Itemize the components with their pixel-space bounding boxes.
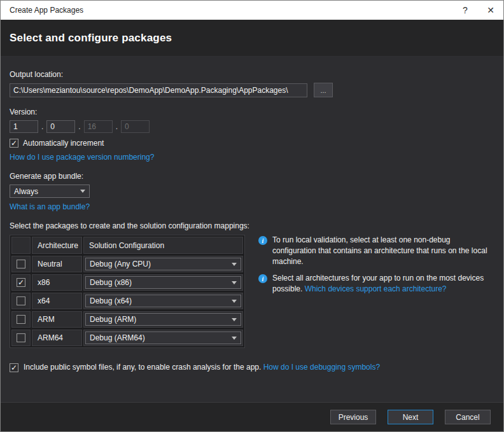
table-row: ARM Debug (ARM) xyxy=(11,311,243,328)
architecture-support-link[interactable]: Which devices support each architecture? xyxy=(305,284,447,293)
configuration-dropdown[interactable]: Debug (x86) xyxy=(85,276,241,289)
row-configuration-cell: Debug (x64) xyxy=(83,293,243,309)
close-icon: ✕ xyxy=(487,5,494,15)
dialog-footer: Previous Next Cancel xyxy=(1,402,503,431)
configuration-value: Debug (ARM) xyxy=(90,315,228,324)
header-configuration-label: Solution Configuration xyxy=(84,241,164,250)
row-configuration-cell: Debug (x86) xyxy=(83,274,243,291)
row-checkbox-cell xyxy=(11,330,31,346)
architecture-value: x86 xyxy=(32,278,50,287)
row-checkbox[interactable] xyxy=(17,278,25,287)
info-icon: i xyxy=(258,236,267,245)
version-build-field xyxy=(84,120,113,133)
create-app-packages-dialog: Create App Packages ? ✕ Select and confi… xyxy=(0,0,504,432)
row-checkbox[interactable] xyxy=(17,296,25,305)
configuration-value: Debug (x86) xyxy=(90,278,228,287)
dialog-content: Output location: ... Version: . . . Auto… xyxy=(1,57,503,402)
include-symbols-checkbox[interactable] xyxy=(10,363,18,372)
row-configuration-cell: Debug (ARM) xyxy=(83,311,243,328)
version-revision-field xyxy=(121,120,150,133)
version-separator: . xyxy=(78,122,80,131)
row-checkbox-cell xyxy=(11,274,31,291)
close-button[interactable]: ✕ xyxy=(478,1,503,20)
note-text: To run local validation, select at least… xyxy=(272,235,494,267)
packages-table: Architecture Solution Configuration Neut… xyxy=(10,235,245,348)
chevron-down-icon xyxy=(232,318,237,321)
row-configuration-cell: Debug (Any CPU) xyxy=(83,256,243,272)
configuration-dropdown[interactable]: Debug (ARM) xyxy=(85,313,241,326)
note-text: Select all architectures for your app to… xyxy=(272,273,494,295)
configuration-dropdown[interactable]: Debug (ARM64) xyxy=(85,331,241,344)
architecture-value: ARM xyxy=(32,315,55,324)
row-checkbox[interactable] xyxy=(17,260,25,268)
cancel-button[interactable]: Cancel xyxy=(445,410,491,424)
version-numbering-link[interactable]: How do I use package version numbering? xyxy=(10,153,154,162)
row-architecture-cell: x64 xyxy=(32,293,82,309)
row-architecture-cell: ARM xyxy=(32,311,82,328)
row-architecture-cell: Neutral xyxy=(32,256,82,272)
table-header-row: Architecture Solution Configuration xyxy=(11,237,243,254)
version-fields-row: . . . xyxy=(10,120,494,133)
row-checkbox[interactable] xyxy=(17,315,25,324)
table-row: ARM64 Debug (ARM64) xyxy=(11,330,243,346)
row-configuration-cell: Debug (ARM64) xyxy=(83,330,243,346)
info-note: i Select all architectures for your app … xyxy=(258,273,494,295)
row-architecture-cell: x86 xyxy=(32,274,82,291)
info-icon: i xyxy=(258,274,267,283)
note-text-part: To run local validation, select at least… xyxy=(272,235,487,266)
help-button[interactable]: ? xyxy=(452,1,478,20)
version-separator: . xyxy=(116,122,118,131)
generate-bundle-dropdown[interactable]: Always xyxy=(10,185,90,198)
auto-increment-row: Automatically increment xyxy=(10,139,494,148)
page-title: Select and configure packages xyxy=(1,32,172,45)
table-row: x64 Debug (x64) xyxy=(11,293,243,309)
architecture-value: x64 xyxy=(32,296,50,305)
header-checkbox-column xyxy=(11,237,31,254)
table-row: Neutral Debug (Any CPU) xyxy=(11,256,243,272)
row-checkbox-cell xyxy=(11,311,31,328)
info-notes: i To run local validation, select at lea… xyxy=(258,235,494,348)
row-checkbox-cell xyxy=(11,256,31,272)
chevron-down-icon xyxy=(232,300,237,303)
configuration-dropdown[interactable]: Debug (x64) xyxy=(85,295,241,307)
help-icon: ? xyxy=(463,5,468,15)
include-symbols-label: Include public symbol files, if any, to … xyxy=(24,363,380,372)
configuration-value: Debug (Any CPU) xyxy=(90,260,228,268)
architecture-value: ARM64 xyxy=(32,333,63,342)
browse-button[interactable]: ... xyxy=(314,83,333,97)
generate-bundle-label: Generate app bundle: xyxy=(10,172,494,181)
packages-label: Select the packages to create and the so… xyxy=(10,221,494,230)
architecture-value: Neutral xyxy=(32,260,62,268)
version-label: Version: xyxy=(10,108,494,116)
packages-area: Architecture Solution Configuration Neut… xyxy=(10,235,494,348)
chevron-down-icon xyxy=(232,337,237,340)
include-symbols-row: Include public symbol files, if any, to … xyxy=(10,363,494,372)
output-location-label: Output location: xyxy=(10,70,494,79)
configuration-value: Debug (ARM64) xyxy=(90,333,228,342)
next-button[interactable]: Next xyxy=(388,410,433,424)
configuration-dropdown[interactable]: Debug (Any CPU) xyxy=(85,258,241,270)
generate-bundle-value: Always xyxy=(14,187,76,196)
version-major-field[interactable] xyxy=(10,120,38,133)
chevron-down-icon xyxy=(232,281,237,284)
title-bar: Create App Packages ? ✕ xyxy=(1,1,503,20)
output-location-row: ... xyxy=(10,83,494,97)
header-architecture-label: Architecture xyxy=(32,241,78,250)
info-note: i To run local validation, select at lea… xyxy=(258,235,494,267)
row-checkbox[interactable] xyxy=(17,333,25,342)
output-location-input[interactable] xyxy=(10,83,307,97)
chevron-down-icon xyxy=(80,190,85,193)
auto-increment-label: Automatically increment xyxy=(23,139,104,148)
auto-increment-checkbox[interactable] xyxy=(10,139,18,148)
configuration-value: Debug (x64) xyxy=(90,296,228,305)
row-checkbox-cell xyxy=(11,293,31,309)
dialog-header: Select and configure packages xyxy=(1,20,503,57)
version-separator: . xyxy=(41,122,43,131)
app-bundle-link[interactable]: What is an app bundle? xyxy=(10,202,90,211)
header-configuration-column: Solution Configuration xyxy=(83,237,243,254)
header-architecture-column: Architecture xyxy=(32,237,82,254)
version-minor-field[interactable] xyxy=(46,120,75,133)
previous-button[interactable]: Previous xyxy=(330,410,376,424)
chevron-down-icon xyxy=(232,263,237,266)
debugging-symbols-link[interactable]: How do I use debugging symbols? xyxy=(263,363,380,372)
